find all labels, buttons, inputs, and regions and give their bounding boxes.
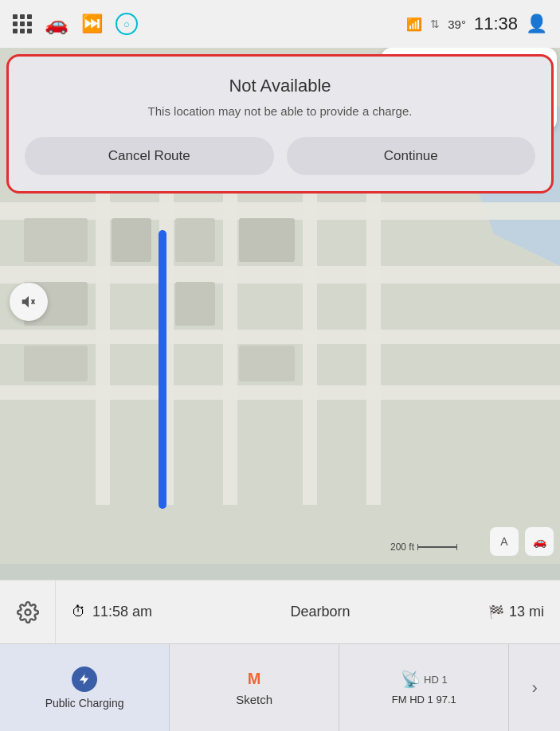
grid-icon[interactable] xyxy=(13,14,32,33)
sound-button[interactable] xyxy=(10,283,48,321)
app-tile-sketch[interactable]: M Sketch xyxy=(170,644,339,731)
app-tile-public-charging[interactable]: Public Charging xyxy=(0,644,170,731)
fm-icon: 📡 HD 1 xyxy=(401,670,448,689)
nav-time-box: ⏱ 11:58 am xyxy=(72,604,152,620)
bottom-nav-bar: ⏱ 11:58 am Dearborn 🏁 13 mi xyxy=(0,580,560,643)
svg-rect-16 xyxy=(175,282,215,326)
svg-rect-2 xyxy=(0,202,560,220)
modal-subtitle: This location may not be able to provide… xyxy=(25,104,535,118)
svg-rect-5 xyxy=(0,385,560,400)
charging-icon xyxy=(72,666,97,692)
svg-rect-17 xyxy=(239,218,295,262)
status-bar-right: 📶 ⇅ 39° 11:38 👤 xyxy=(406,14,547,34)
svg-rect-18 xyxy=(239,346,295,381)
not-available-modal: Not Available This location may not be a… xyxy=(6,54,554,194)
fm-label: FM HD 1 97.1 xyxy=(392,694,456,706)
svg-marker-20 xyxy=(22,296,29,308)
media-icon[interactable]: ⏭️ xyxy=(81,14,103,34)
modal-title: Not Available xyxy=(25,76,535,96)
svg-rect-14 xyxy=(112,218,151,262)
sketch-icon: M xyxy=(248,670,261,688)
continue-button[interactable]: Continue xyxy=(287,137,536,175)
text-tool-button[interactable]: A xyxy=(490,527,519,556)
cancel-route-button[interactable]: Cancel Route xyxy=(25,137,274,175)
wifi-icon: 📶 xyxy=(406,17,422,32)
bottom-apps-bar: Public Charging M Sketch 📡 HD 1 FM HD 1 … xyxy=(0,643,560,731)
svg-rect-3 xyxy=(0,266,560,283)
map-tools: A 🚗 xyxy=(490,527,554,556)
modal-buttons: Cancel Route Continue xyxy=(25,137,535,175)
car-icon[interactable]: 🚗 xyxy=(45,13,69,35)
svg-rect-4 xyxy=(0,330,560,344)
nav-distance: 🏁 13 mi xyxy=(488,604,544,620)
sketch-label: Sketch xyxy=(236,693,272,706)
app-tile-fm-radio[interactable]: 📡 HD 1 FM HD 1 97.1 xyxy=(339,644,509,731)
svg-point-26 xyxy=(25,609,30,615)
signal-icon: ⇅ xyxy=(430,18,440,30)
status-bar: 🚗 ⏭️ ○ 📶 ⇅ 39° 11:38 👤 xyxy=(0,0,560,48)
profile-icon[interactable]: 👤 xyxy=(526,14,547,34)
temperature-display: 39° xyxy=(448,18,466,31)
svg-rect-11 xyxy=(24,218,88,262)
scale-bar: 200 ft xyxy=(390,541,457,553)
nav-info: ⏱ 11:58 am Dearborn 🏁 13 mi xyxy=(56,604,560,620)
time-display: 11:38 xyxy=(474,14,518,34)
nav-time: 11:58 am xyxy=(92,604,152,620)
scale-label: 200 ft xyxy=(390,541,414,553)
distance-value: 13 mi xyxy=(509,604,544,620)
app-tile-more[interactable]: › xyxy=(509,644,560,731)
modal-overlay: Not Available This location may not be a… xyxy=(0,48,560,200)
svg-rect-15 xyxy=(175,218,215,262)
settings-button[interactable] xyxy=(0,580,56,644)
nav-destination: Dearborn xyxy=(291,604,350,620)
alexa-icon[interactable]: ○ xyxy=(116,13,138,35)
car-view-button[interactable]: 🚗 xyxy=(525,527,554,556)
public-charging-label: Public Charging xyxy=(45,697,124,710)
svg-rect-13 xyxy=(24,346,88,381)
status-bar-left: 🚗 ⏭️ ○ xyxy=(13,13,138,35)
